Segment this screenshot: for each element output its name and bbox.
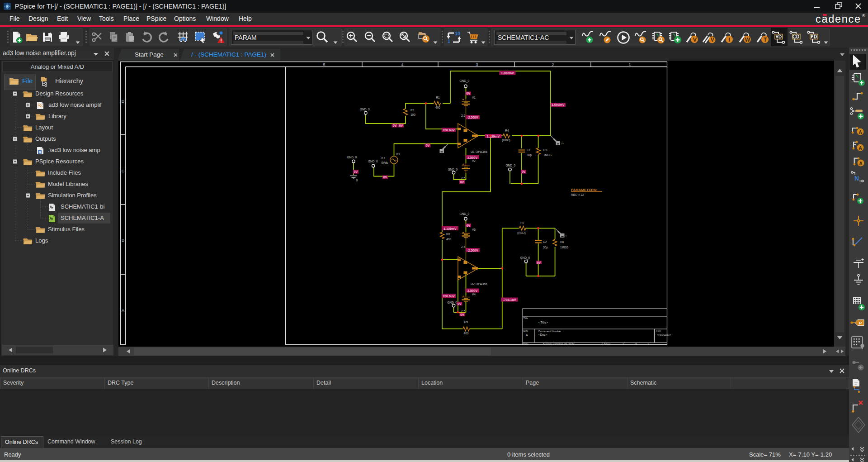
svg-text:Rev: Rev xyxy=(656,329,661,332)
svg-text:U1 OPA356: U1 OPA356 xyxy=(471,150,487,153)
svg-text:V3: V3 xyxy=(396,152,400,156)
svg-text:V1: V1 xyxy=(472,96,476,99)
svg-text:0V: 0V xyxy=(467,224,471,227)
svg-text:0: 0 xyxy=(356,179,358,182)
svg-text:V: V xyxy=(693,37,697,43)
svg-text:D: D xyxy=(122,99,125,104)
svg-text:2.5: 2.5 xyxy=(461,245,465,248)
svg-text:GND_0: GND_0 xyxy=(460,79,470,83)
svg-text:0V: 0V xyxy=(460,181,464,184)
svg-text:-2.500V: -2.500V xyxy=(467,116,478,119)
svg-text:V+: V+ xyxy=(561,142,564,145)
svg-text:100: 100 xyxy=(410,113,415,116)
svg-text:0.1: 0.1 xyxy=(382,157,386,160)
svg-text:C1: C1 xyxy=(527,148,531,152)
svg-text:1MEG: 1MEG xyxy=(543,153,552,157)
svg-text:0V: 0V xyxy=(399,124,403,127)
svg-text:Sunday, October 29, 2023: Sunday, October 29, 2023 xyxy=(543,343,575,345)
svg-text:1.003mV: 1.003mV xyxy=(552,103,565,106)
svg-text:30p: 30p xyxy=(543,246,548,249)
svg-text:2.5: 2.5 xyxy=(461,176,465,180)
svg-text:2.5: 2.5 xyxy=(461,310,465,313)
svg-text:Title: Title xyxy=(524,317,528,319)
svg-text:A: A xyxy=(122,308,124,313)
svg-text:V: V xyxy=(566,234,567,237)
svg-text:R1: R1 xyxy=(436,96,440,99)
svg-text:10: 10 xyxy=(455,31,460,36)
svg-text:1.139mV: 1.139mV xyxy=(443,227,457,230)
svg-text:C2: C2 xyxy=(543,240,547,243)
svg-text:A: A xyxy=(859,146,862,151)
svg-text:R3: R3 xyxy=(543,148,547,152)
svg-text:5: 5 xyxy=(323,62,325,67)
svg-text:2.5: 2.5 xyxy=(461,114,465,117)
svg-text:N: N xyxy=(854,175,859,182)
svg-text:Size: Size xyxy=(524,329,528,332)
svg-text:1: 1 xyxy=(628,62,631,67)
svg-text:200.6uV: 200.6uV xyxy=(443,295,455,298)
svg-text:B: B xyxy=(122,238,124,243)
svg-text:1MEG: 1MEG xyxy=(560,246,568,249)
svg-text:200.6uV: 200.6uV xyxy=(443,129,455,132)
svg-text:GND_0: GND_0 xyxy=(448,301,458,305)
svg-text:I: I xyxy=(728,37,730,43)
svg-text:0Vdc: 0Vdc xyxy=(382,161,389,164)
svg-text:PARAMETERS:: PARAMETERS: xyxy=(571,188,597,192)
svg-text:-738.1uV: -738.1uV xyxy=(503,298,516,301)
svg-text:<RevCode>: <RevCode> xyxy=(657,333,672,336)
svg-text:0V: 0V xyxy=(393,124,397,127)
svg-text:R6: R6 xyxy=(446,233,450,236)
svg-text:V: V xyxy=(711,37,714,43)
svg-text:1.139mV: 1.139mV xyxy=(487,135,500,138)
svg-text:<Doc>: <Doc> xyxy=(538,333,547,336)
svg-text:W: W xyxy=(745,37,750,43)
svg-text:GND_0: GND_0 xyxy=(368,160,378,163)
svg-text:400: 400 xyxy=(435,106,440,109)
svg-text:1.003mV: 1.003mV xyxy=(501,71,514,75)
svg-text:V4: V4 xyxy=(472,293,476,296)
svg-text:GND_0: GND_0 xyxy=(347,156,357,159)
svg-text:R4: R4 xyxy=(505,129,509,132)
svg-text:V2: V2 xyxy=(472,159,476,162)
svg-text:R5: R5 xyxy=(464,320,468,324)
svg-text:0V: 0V xyxy=(458,302,462,305)
svg-text:GND_0: GND_0 xyxy=(520,256,530,260)
svg-text:400: 400 xyxy=(446,238,451,241)
svg-text:0V: 0V xyxy=(467,92,471,95)
svg-text:GND_0: GND_0 xyxy=(448,168,458,171)
svg-text:1: 1 xyxy=(448,38,450,44)
svg-text:R7: R7 xyxy=(520,221,524,224)
svg-text:Document Number: Document Number xyxy=(538,330,561,333)
svg-text:(RBO): (RBO) xyxy=(502,138,510,142)
svg-text:RBO = 22: RBO = 22 xyxy=(571,193,584,196)
svg-text:GND_0: GND_0 xyxy=(506,164,516,167)
svg-text:Sheet: Sheet xyxy=(604,343,611,345)
svg-text:2.500V: 2.500V xyxy=(467,289,478,292)
svg-text:0V: 0V xyxy=(522,170,526,173)
svg-text:V5: V5 xyxy=(472,228,476,231)
svg-text:2.500V: 2.500V xyxy=(467,156,478,159)
svg-text:A: A xyxy=(526,333,528,337)
svg-text:0V: 0V xyxy=(383,176,387,179)
svg-text:Date:: Date: xyxy=(523,343,529,345)
svg-text:C: C xyxy=(122,169,125,173)
svg-text:<Title>: <Title> xyxy=(538,321,548,324)
svg-text:GND_0: GND_0 xyxy=(460,212,470,216)
svg-text:R8: R8 xyxy=(560,240,564,243)
svg-text:T: T xyxy=(764,37,767,43)
svg-text:(RBO): (RBO) xyxy=(517,231,525,235)
svg-text:0V: 0V xyxy=(354,170,358,173)
svg-text:0V: 0V xyxy=(537,261,541,264)
svg-text:4: 4 xyxy=(401,62,403,67)
svg-text:P: P xyxy=(859,320,862,325)
svg-text:R: R xyxy=(39,150,42,154)
svg-text:of: of xyxy=(635,343,637,345)
svg-text:A: A xyxy=(859,161,863,166)
svg-text:R2: R2 xyxy=(410,109,415,112)
svg-text:400: 400 xyxy=(464,332,469,335)
svg-text:-2.500V: -2.500V xyxy=(467,249,478,252)
svg-text:2: 2 xyxy=(552,62,554,67)
svg-text:GND_0: GND_0 xyxy=(360,108,370,111)
svg-text:U2 OPA356: U2 OPA356 xyxy=(471,282,487,286)
svg-text:A: A xyxy=(859,130,862,135)
